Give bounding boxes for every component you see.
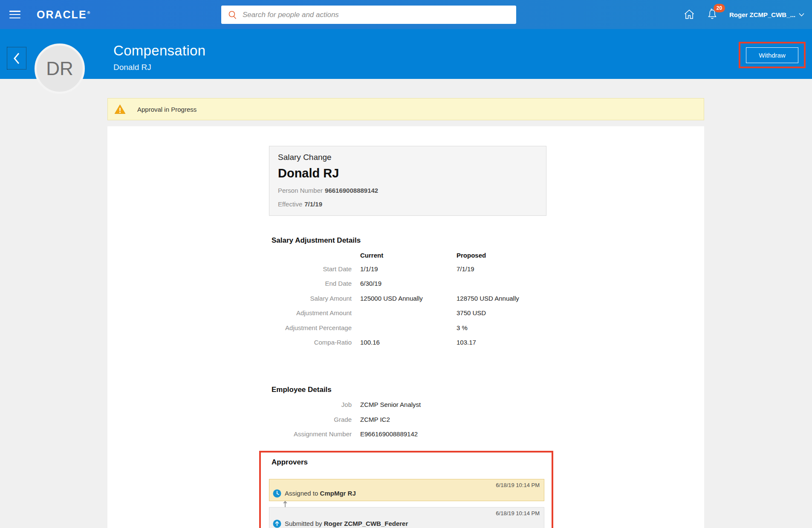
table-row: Start Date 1/1/19 7/1/19 <box>107 265 704 280</box>
back-chevron-icon <box>13 52 20 65</box>
menu-icon[interactable] <box>9 11 20 18</box>
topbar-actions: 20 Roger ZCMP_CWB_... <box>683 0 804 29</box>
approval-status-banner: Approval in Progress <box>107 98 704 120</box>
clock-icon <box>273 489 281 498</box>
employee-name: Donald RJ <box>278 166 537 180</box>
salary-adjustment-heading: Salary Adjustment Details <box>272 236 704 245</box>
person-number-value: 966169008889142 <box>325 187 378 194</box>
approver-name: Roger ZCMP_CWB_Federer <box>324 520 408 527</box>
home-icon <box>683 9 695 20</box>
approvers-heading: Approvers <box>272 458 552 467</box>
home-button[interactable] <box>683 9 695 20</box>
table-header-row: Current Proposed <box>107 252 704 265</box>
global-top-bar: ORACLE® 20 Roger ZCMP_CWB_... <box>0 0 812 29</box>
effective-date-value: 7/1/19 <box>304 200 322 208</box>
approvers-annotation-highlight: Approvers 6/18/19 10:14 PM Assigned to C… <box>259 451 553 528</box>
table-row: Assignment Number E966169008889142 <box>107 430 704 445</box>
approver-item-submitted: 6/18/19 10:14 PM Submitted by Roger ZCMP… <box>269 507 544 528</box>
chevron-down-icon <box>799 13 804 17</box>
compensation-page-header: DR Compensation Donald RJ Withdraw <box>0 29 812 79</box>
notification-count-badge: 20 <box>714 4 725 12</box>
table-row: Adjustment Percentage 3 % <box>107 324 704 339</box>
table-row: Grade ZCMP IC2 <box>107 416 704 430</box>
page-subtitle: Donald RJ <box>113 63 205 72</box>
warning-icon <box>114 104 126 114</box>
page-title: Compensation <box>113 43 205 59</box>
employee-details-heading: Employee Details <box>272 386 704 394</box>
table-row: Job ZCMP Senior Analyst <box>107 401 704 415</box>
employee-details-table: Job ZCMP Senior Analyst Grade ZCMP IC2 A… <box>107 401 704 445</box>
approval-timestamp: 6/18/19 10:14 PM <box>496 510 540 516</box>
search-icon <box>228 10 237 20</box>
approval-action-text: Submitted by Roger ZCMP_CWB_Federer <box>285 520 408 527</box>
approval-action-text: Assigned to CmpMgr RJ <box>285 490 356 497</box>
back-button[interactable] <box>7 47 26 70</box>
timeline-connector <box>283 501 287 507</box>
effective-date-line: Effective7/1/19 <box>278 200 537 208</box>
global-search[interactable] <box>221 6 516 24</box>
user-name: Roger ZCMP_CWB_... <box>729 11 795 18</box>
salary-change-title: Salary Change <box>278 153 537 162</box>
person-number-line: Person Number966169008889142 <box>278 187 537 194</box>
page-content: Approval in Progress Salary Change Donal… <box>0 79 812 528</box>
salary-adjustment-table: Current Proposed Start Date 1/1/19 7/1/1… <box>107 252 704 353</box>
main-panel: Salary Change Donald RJ Person Number966… <box>107 126 704 528</box>
approver-name: CmpMgr RJ <box>320 490 356 497</box>
approval-timestamp: 6/18/19 10:14 PM <box>496 482 540 488</box>
arrow-up-icon <box>273 519 281 528</box>
approval-status-text: Approval in Progress <box>137 106 196 113</box>
table-row: Salary Amount 125000 USD Annually 128750… <box>107 295 704 309</box>
table-row: Adjustment Amount 3750 USD <box>107 309 704 324</box>
withdraw-annotation-highlight: Withdraw <box>739 42 806 68</box>
search-input[interactable] <box>243 11 516 19</box>
avatar: DR <box>35 44 85 94</box>
table-row: Compa-Ratio 100.16 103.17 <box>107 339 704 353</box>
salary-change-card: Salary Change Donald RJ Person Number966… <box>269 146 546 216</box>
current-column-header: Current <box>360 252 448 259</box>
proposed-column-header: Proposed <box>457 252 704 259</box>
table-row: End Date 6/30/19 <box>107 280 704 294</box>
notifications-button[interactable]: 20 <box>706 8 718 21</box>
oracle-logo: ORACLE® <box>37 9 91 21</box>
user-menu[interactable]: Roger ZCMP_CWB_... <box>729 11 804 18</box>
approver-item-pending: 6/18/19 10:14 PM Assigned to CmpMgr RJ <box>269 479 544 501</box>
withdraw-button[interactable]: Withdraw <box>746 47 798 63</box>
